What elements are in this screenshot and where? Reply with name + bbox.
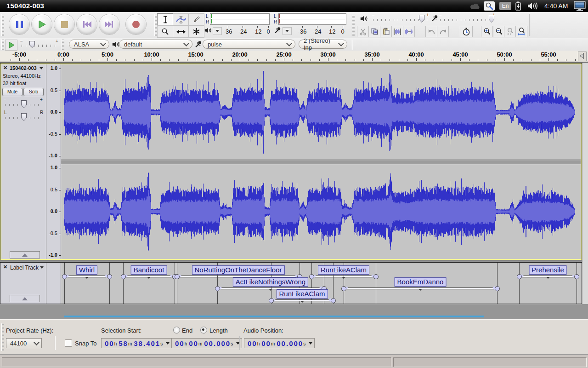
recording-channels-dropdown[interactable]: 2 (Stereo) Inp: [299, 40, 347, 49]
gain-slider-thumb[interactable]: [21, 100, 27, 108]
record-button[interactable]: [126, 14, 146, 34]
label-track-menu-arrow-icon[interactable]: [40, 266, 44, 269]
mute-button[interactable]: Mute: [2, 88, 23, 96]
copy-button[interactable]: [368, 26, 380, 37]
label-text-box[interactable]: Whirl: [76, 265, 97, 275]
selection-start-hours[interactable]: 00: [105, 339, 114, 347]
end-radio[interactable]: [173, 327, 180, 334]
transport-toolbar-grip[interactable]: [1, 14, 4, 36]
cut-button[interactable]: [357, 26, 369, 37]
audio-position-hours[interactable]: 00: [248, 339, 257, 347]
playback-meter-dropdown[interactable]: [213, 27, 222, 35]
length-hours[interactable]: 00: [175, 339, 185, 347]
label-end-handle[interactable]: [331, 298, 336, 303]
input-volume-slider[interactable]: [440, 19, 494, 21]
label-text-box[interactable]: BookEmDanno: [395, 277, 447, 287]
label-start-handle[interactable]: [121, 274, 126, 279]
undo-button[interactable]: [425, 26, 437, 37]
label-start-handle[interactable]: [175, 274, 180, 279]
screenshot-tool-icon[interactable]: [484, 1, 495, 11]
skip-to-end-button[interactable]: [99, 14, 119, 34]
multi-tool-button[interactable]: [188, 25, 204, 38]
clock[interactable]: 4:40 AM: [544, 2, 571, 10]
time-format-arrow-icon[interactable]: [309, 342, 312, 345]
horizontal-scrollbar-thumb[interactable]: [64, 316, 484, 317]
pan-slider-thumb[interactable]: [21, 113, 27, 121]
label-text-box[interactable]: RunLikeAClam: [318, 265, 369, 275]
label-start-handle[interactable]: [341, 286, 346, 291]
label-track-title[interactable]: Label Track: [10, 264, 39, 271]
close-label-track-button[interactable]: ✕: [2, 264, 8, 270]
label-text-box[interactable]: NoRuttingOnTheDanceFloor: [192, 265, 284, 275]
playback-device-dropdown[interactable]: default: [119, 40, 192, 49]
transcription-toolbar-grip[interactable]: [1, 40, 4, 50]
label-end-handle[interactable]: [574, 274, 579, 279]
skip-to-start-button[interactable]: [77, 14, 97, 34]
cloud-icon[interactable]: [469, 3, 481, 10]
stop-button[interactable]: [54, 14, 74, 34]
selection-start-field[interactable]: 00h58m38.401s: [101, 338, 172, 348]
label-start-handle[interactable]: [517, 274, 522, 279]
volume-tray-icon[interactable]: [527, 2, 538, 10]
selection-start-seconds[interactable]: 38.401: [134, 339, 160, 347]
snap-to-checkbox[interactable]: [65, 339, 72, 347]
length-radio[interactable]: [200, 327, 207, 334]
audio-position-seconds[interactable]: 00.000: [277, 339, 303, 347]
label-end-handle[interactable]: [373, 274, 379, 279]
amplitude-ruler[interactable]: 1.00.50.0-0.5-1.0 1.00.50.0-0.5-1.0: [46, 63, 61, 260]
label-text-box[interactable]: Prehensile: [529, 265, 567, 275]
label-end-handle[interactable]: [107, 274, 112, 279]
redo-button[interactable]: [437, 26, 449, 37]
audio-host-dropdown[interactable]: ALSA: [69, 40, 109, 49]
keyboard-layout-indicator[interactable]: En: [499, 2, 511, 10]
selection-tool-button[interactable]: [157, 13, 173, 26]
channel-divider[interactable]: [61, 160, 581, 164]
label-start-handle[interactable]: [309, 274, 314, 279]
label-text-box[interactable]: ActLikeNothingsWrong: [233, 277, 308, 287]
timeshift-tool-button[interactable]: [173, 25, 189, 38]
output-volume-slider-thumb[interactable]: [419, 15, 424, 23]
collapse-track-button[interactable]: [10, 251, 40, 259]
play-speed-slider[interactable]: [22, 45, 57, 47]
battery-icon[interactable]: [514, 1, 522, 11]
pause-button[interactable]: [9, 14, 29, 34]
fit-project-button[interactable]: [515, 26, 527, 37]
zoom-in-button[interactable]: [481, 26, 493, 37]
paste-button[interactable]: [380, 26, 392, 37]
time-format-arrow-icon[interactable]: [166, 342, 170, 345]
envelope-tool-button[interactable]: [173, 13, 189, 26]
vertical-scrollbar[interactable]: [582, 63, 588, 304]
track-menu-arrow-icon[interactable]: [40, 67, 43, 69]
pinned-playhead-button[interactable]: [578, 52, 587, 61]
label-start-handle[interactable]: [62, 274, 67, 279]
label-track-content[interactable]: WhirlBandicootNoRuttingOnTheDanceFloorRu…: [61, 263, 581, 304]
label-end-handle[interactable]: [495, 286, 500, 291]
timeline-ruler[interactable]: -5:000:005:0010:0015:0020:0025:0030:0035…: [0, 51, 588, 63]
length-minutes[interactable]: 00: [189, 339, 198, 347]
fit-selection-button[interactable]: [504, 26, 516, 37]
zoom-out-button[interactable]: [493, 26, 505, 37]
recording-meter-dropdown[interactable]: [283, 27, 292, 35]
play-at-speed-button[interactable]: [5, 40, 17, 51]
recording-device-dropdown[interactable]: pulse: [203, 40, 295, 49]
solo-button[interactable]: Solo: [23, 88, 44, 96]
collapse-label-track-button[interactable]: [10, 295, 40, 302]
silence-audio-button[interactable]: [403, 26, 415, 37]
audio-position-field[interactable]: 00h00m00.000s: [244, 338, 315, 348]
recording-meter-bar-right[interactable]: [278, 19, 346, 25]
selection-toolbar-grip[interactable]: [1, 323, 4, 351]
label-text-box[interactable]: RunLikeAClam: [276, 289, 328, 299]
play-button[interactable]: [32, 14, 52, 34]
length-seconds[interactable]: 00.000: [204, 339, 231, 347]
sync-lock-button[interactable]: [460, 26, 473, 37]
trim-audio-button[interactable]: [391, 26, 403, 37]
draw-tool-button[interactable]: [188, 13, 204, 26]
selection-length-field[interactable]: 00h00m00.000s: [171, 338, 242, 348]
device-toolbar-grip[interactable]: [62, 40, 64, 50]
zoom-tool-button[interactable]: [157, 25, 173, 38]
label-text-box[interactable]: Bandicoot: [131, 265, 167, 275]
label-start-handle[interactable]: [269, 298, 274, 303]
track-title[interactable]: 150402-003: [10, 65, 37, 71]
playback-meter-bar-right[interactable]: [210, 19, 270, 25]
input-volume-slider-thumb[interactable]: [489, 15, 494, 23]
